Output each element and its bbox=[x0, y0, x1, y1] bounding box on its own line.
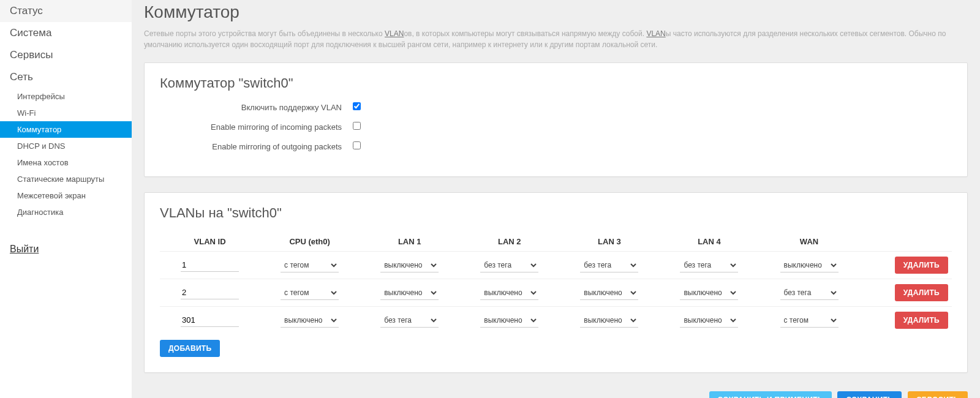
port-select[interactable]: выключенобез тегас тегом bbox=[680, 286, 738, 300]
vlan-id-input[interactable] bbox=[181, 314, 239, 327]
port-select[interactable]: выключенобез тегас тегом bbox=[281, 314, 339, 328]
switch-panel-title: Коммутатор "switch0" bbox=[160, 75, 952, 91]
sidebar-item-firewall[interactable]: Межсетевой экран bbox=[0, 187, 132, 204]
port-select[interactable]: выключенобез тегас тегом bbox=[480, 286, 538, 300]
port-select[interactable]: выключенобез тегас тегом bbox=[281, 286, 339, 300]
desc-text: ов, в которых компьютеры могут связывать… bbox=[404, 29, 646, 38]
sidebar-item-hostnames[interactable]: Имена хостов bbox=[0, 154, 132, 171]
vlan-link[interactable]: VLAN bbox=[646, 29, 665, 38]
sidebar-item-interfaces[interactable]: Интерфейсы bbox=[0, 88, 132, 105]
sidebar-item-dhcp-dns[interactable]: DHCP и DNS bbox=[0, 138, 132, 154]
label-mirror-in: Enable mirroring of incoming packets bbox=[160, 122, 353, 132]
col-cpu: CPU (eth0) bbox=[260, 232, 360, 252]
label-enable-vlan: Включить поддержку VLAN bbox=[160, 103, 353, 112]
save-apply-button[interactable]: СОХРАНИТЬ И ПРИМЕНИТЬ bbox=[709, 391, 832, 398]
footer-actions: СОХРАНИТЬ И ПРИМЕНИТЬ СОХРАНИТЬ СБРОСИТЬ bbox=[144, 388, 968, 398]
vlan-table-header-row: VLAN ID CPU (eth0) LAN 1 LAN 2 LAN 3 LAN… bbox=[160, 232, 952, 252]
port-select[interactable]: выключенобез тегас тегом bbox=[380, 314, 439, 328]
port-select[interactable]: выключенобез тегас тегом bbox=[380, 258, 439, 272]
port-select[interactable]: выключенобез тегас тегом bbox=[580, 286, 638, 300]
col-lan4: LAN 4 bbox=[659, 232, 759, 252]
form-row-mirror-out: Enable mirroring of outgoing packets bbox=[160, 141, 952, 151]
desc-text: Сетевые порты этого устройства могут быт… bbox=[144, 29, 385, 38]
sidebar-item-switch[interactable]: Коммутатор bbox=[0, 121, 132, 138]
col-lan2: LAN 2 bbox=[459, 232, 559, 252]
form-row-enable-vlan: Включить поддержку VLAN bbox=[160, 102, 952, 112]
sidebar-item-wifi[interactable]: Wi-Fi bbox=[0, 105, 132, 121]
port-select[interactable]: выключенобез тегас тегом bbox=[680, 314, 738, 328]
vlan-id-input[interactable] bbox=[181, 286, 239, 299]
checkbox-mirror-out[interactable] bbox=[353, 141, 361, 149]
vlan-row: выключенобез тегас тегомвыключенобез тег… bbox=[160, 279, 952, 307]
port-select[interactable]: выключенобез тегас тегом bbox=[380, 286, 439, 300]
form-row-mirror-in: Enable mirroring of incoming packets bbox=[160, 122, 952, 132]
delete-vlan-button[interactable]: УДАЛИТЬ bbox=[895, 284, 948, 301]
port-select[interactable]: выключенобез тегас тегом bbox=[780, 258, 839, 272]
port-select[interactable]: выключенобез тегас тегом bbox=[680, 258, 738, 272]
sidebar-item-diagnostics[interactable]: Диагностика bbox=[0, 204, 132, 220]
port-select[interactable]: выключенобез тегас тегом bbox=[480, 314, 538, 328]
vlan-table: VLAN ID CPU (eth0) LAN 1 LAN 2 LAN 3 LAN… bbox=[160, 232, 952, 334]
col-actions bbox=[859, 232, 952, 252]
sidebar: Статус Система Сервисы Сеть Интерфейсы W… bbox=[0, 0, 132, 398]
port-select[interactable]: выключенобез тегас тегом bbox=[580, 314, 638, 328]
save-button[interactable]: СОХРАНИТЬ bbox=[837, 391, 902, 398]
checkbox-enable-vlan[interactable] bbox=[353, 102, 361, 110]
col-lan1: LAN 1 bbox=[360, 232, 459, 252]
delete-vlan-button[interactable]: УДАЛИТЬ bbox=[895, 312, 948, 329]
page-description: Сетевые порты этого устройства могут быт… bbox=[144, 28, 968, 50]
vlan-id-input[interactable] bbox=[181, 258, 239, 272]
col-vlan-id: VLAN ID bbox=[160, 232, 260, 252]
nav-item-services[interactable]: Сервисы bbox=[0, 44, 132, 66]
vlan-row: выключенобез тегас тегомвыключенобез тег… bbox=[160, 252, 952, 279]
col-wan: WAN bbox=[759, 232, 859, 252]
main-content: Коммутатор Сетевые порты этого устройств… bbox=[132, 0, 980, 398]
sidebar-item-static-routes[interactable]: Статические маршруты bbox=[0, 171, 132, 187]
page-title: Коммутатор bbox=[144, 0, 968, 28]
reset-button[interactable]: СБРОСИТЬ bbox=[908, 391, 968, 398]
port-select[interactable]: выключенобез тегас тегом bbox=[580, 258, 638, 272]
vlan-panel: VLANы на "switch0" VLAN ID CPU (eth0) LA… bbox=[144, 192, 968, 373]
nav-item-status[interactable]: Статус bbox=[0, 0, 132, 22]
nav-sub: Интерфейсы Wi-Fi Коммутатор DHCP и DNS И… bbox=[0, 88, 132, 220]
switch-settings-panel: Коммутатор "switch0" Включить поддержку … bbox=[144, 62, 968, 177]
add-vlan-button[interactable]: ДОБАВИТЬ bbox=[160, 340, 220, 357]
checkbox-mirror-in[interactable] bbox=[353, 122, 361, 130]
nav-top: Статус Система Сервисы Сеть bbox=[0, 0, 132, 88]
nav-item-system[interactable]: Система bbox=[0, 22, 132, 44]
vlan-link[interactable]: VLAN bbox=[385, 29, 404, 38]
vlan-panel-title: VLANы на "switch0" bbox=[160, 205, 952, 221]
delete-vlan-button[interactable]: УДАЛИТЬ bbox=[895, 257, 948, 274]
nav-item-network[interactable]: Сеть bbox=[0, 66, 132, 88]
col-lan3: LAN 3 bbox=[559, 232, 659, 252]
vlan-row: выключенобез тегас тегомвыключенобез тег… bbox=[160, 307, 952, 334]
port-select[interactable]: выключенобез тегас тегом bbox=[780, 286, 839, 300]
port-select[interactable]: выключенобез тегас тегом bbox=[780, 314, 839, 328]
logout-link[interactable]: Выйти bbox=[0, 239, 132, 260]
port-select[interactable]: выключенобез тегас тегом bbox=[281, 258, 339, 272]
port-select[interactable]: выключенобез тегас тегом bbox=[480, 258, 538, 272]
label-mirror-out: Enable mirroring of outgoing packets bbox=[160, 142, 353, 151]
